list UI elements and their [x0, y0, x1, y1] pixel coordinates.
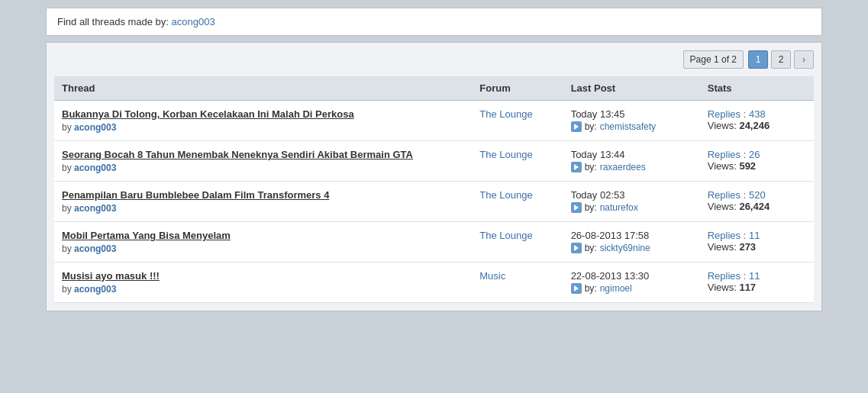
replies-link[interactable]: Replies : 26: [708, 149, 760, 160]
forum-link[interactable]: Music: [479, 270, 505, 282]
replies: Replies : 11: [708, 230, 806, 241]
last-post-by: by: chemistsafety: [571, 121, 692, 132]
replies-link[interactable]: Replies : 520: [708, 189, 766, 201]
last-post-by: by: ngimoel: [571, 283, 692, 294]
pagination-bar: Page 1 of 2 1 2 ›: [54, 50, 814, 69]
last-post-by: by: raxaerdees: [571, 162, 692, 172]
replies-link[interactable]: Replies : 11: [708, 270, 760, 282]
find-all-prefix: Find all threads made by:: [57, 16, 169, 27]
last-post-user-link[interactable]: sickty69nine: [600, 243, 650, 253]
username-link[interactable]: acong003: [172, 16, 215, 27]
forum-link[interactable]: The Lounge: [479, 108, 532, 120]
main-box: Page 1 of 2 1 2 › Thread Forum Last Post…: [46, 42, 822, 311]
thread-title-link[interactable]: Bukannya Di Tolong, Korban Kecelakaan In…: [62, 108, 464, 120]
forum-cell-2: The Lounge: [472, 182, 563, 222]
replies: Replies : 520: [708, 189, 806, 201]
next-page-button[interactable]: ›: [794, 50, 814, 69]
views: Views: 117: [708, 282, 806, 293]
page-2-button[interactable]: 2: [771, 50, 791, 69]
forum-link[interactable]: The Lounge: [479, 230, 532, 241]
views-count: 273: [739, 241, 756, 253]
lastpost-cell-2: Today 02:53 by: naturefox: [563, 182, 700, 222]
thread-title-link[interactable]: Mobil Pertama Yang Bisa Menyelam: [62, 230, 464, 241]
last-post-by-label: by:: [585, 243, 597, 253]
table-header-row: Thread Forum Last Post Stats: [54, 76, 814, 101]
find-all-bar: Find all threads made by: acong003: [46, 8, 822, 36]
thread-author-link[interactable]: acong003: [74, 203, 116, 214]
replies: Replies : 26: [708, 149, 806, 160]
table-row: Bukannya Di Tolong, Korban Kecelakaan In…: [54, 101, 814, 141]
page-label: Page 1 of 2: [683, 50, 744, 69]
thread-cell-3: Mobil Pertama Yang Bisa Menyelam by acon…: [54, 222, 472, 263]
thread-by: by acong003: [62, 203, 116, 214]
last-post-user-link[interactable]: naturefox: [600, 202, 638, 213]
thread-author-link[interactable]: acong003: [74, 284, 116, 295]
play-icon: [571, 121, 582, 132]
forum-cell-0: The Lounge: [472, 101, 563, 141]
last-post-by-label: by:: [585, 121, 597, 132]
forum-cell-4: Music: [472, 263, 563, 303]
thread-title-link[interactable]: Penampilan Baru Bumblebee Dalam Film Tra…: [62, 189, 464, 201]
replies: Replies : 11: [708, 270, 806, 282]
thread-cell-2: Penampilan Baru Bumblebee Dalam Film Tra…: [54, 182, 472, 222]
thread-by: by acong003: [62, 243, 116, 254]
forum-cell-1: The Lounge: [472, 141, 563, 182]
page-1-button[interactable]: 1: [748, 50, 768, 69]
thread-by: by acong003: [62, 284, 116, 295]
lastpost-cell-3: 26-08-2013 17:58 by: sickty69nine: [563, 222, 700, 263]
thread-title-link[interactable]: Musisi ayo masuk !!!: [62, 270, 464, 282]
col-header-forum: Forum: [472, 76, 563, 101]
last-post-user-link[interactable]: chemistsafety: [600, 121, 656, 132]
thread-cell-4: Musisi ayo masuk !!! by acong003: [54, 263, 472, 303]
col-header-thread: Thread: [54, 76, 472, 101]
stats-cell-0: Replies : 438 Views: 24,246: [700, 101, 814, 141]
views: Views: 273: [708, 241, 806, 253]
stats-cell-4: Replies : 11 Views: 117: [700, 263, 814, 303]
last-post-by: by: naturefox: [571, 202, 692, 213]
views: Views: 24,246: [708, 120, 806, 131]
play-icon: [571, 243, 582, 253]
table-row: Mobil Pertama Yang Bisa Menyelam by acon…: [54, 222, 814, 263]
last-post-by: by: sickty69nine: [571, 243, 692, 253]
thread-by: by acong003: [62, 122, 116, 133]
last-post-by-label: by:: [585, 162, 597, 172]
replies-link[interactable]: Replies : 438: [708, 108, 766, 120]
table-row: Penampilan Baru Bumblebee Dalam Film Tra…: [54, 182, 814, 222]
lastpost-cell-4: 22-08-2013 13:30 by: ngimoel: [563, 263, 700, 303]
last-post-time: Today 13:45: [571, 108, 692, 120]
last-post-time: 22-08-2013 13:30: [571, 270, 692, 282]
last-post-by-label: by:: [585, 283, 597, 294]
replies-link[interactable]: Replies : 11: [708, 230, 760, 241]
table-row: Musisi ayo masuk !!! by acong003 Music 2…: [54, 263, 814, 303]
play-icon: [571, 283, 582, 294]
lastpost-cell-1: Today 13:44 by: raxaerdees: [563, 141, 700, 182]
thread-author-link[interactable]: acong003: [74, 163, 116, 173]
stats-cell-1: Replies : 26 Views: 592: [700, 141, 814, 182]
thread-title-link[interactable]: Seorang Bocah 8 Tahun Menembak Neneknya …: [62, 149, 464, 160]
last-post-user-link[interactable]: ngimoel: [600, 283, 632, 294]
thread-table: Thread Forum Last Post Stats Bukannya Di…: [54, 76, 814, 303]
views-count: 592: [739, 160, 756, 172]
forum-link[interactable]: The Lounge: [479, 149, 532, 160]
last-post-by-label: by:: [585, 202, 597, 213]
play-icon: [571, 202, 582, 213]
views-count: 117: [739, 282, 756, 293]
play-icon: [571, 162, 582, 172]
thread-author-link[interactable]: acong003: [74, 243, 116, 254]
thread-author-link[interactable]: acong003: [74, 122, 116, 133]
views: Views: 592: [708, 160, 806, 172]
last-post-time: 26-08-2013 17:58: [571, 230, 692, 241]
forum-link[interactable]: The Lounge: [479, 189, 532, 201]
thread-by: by acong003: [62, 163, 116, 173]
views-count: 24,246: [739, 120, 770, 131]
replies: Replies : 438: [708, 108, 806, 120]
last-post-time: Today 13:44: [571, 149, 692, 160]
last-post-time: Today 02:53: [571, 189, 692, 201]
thread-cell-1: Seorang Bocah 8 Tahun Menembak Neneknya …: [54, 141, 472, 182]
col-header-stats: Stats: [700, 76, 814, 101]
table-row: Seorang Bocah 8 Tahun Menembak Neneknya …: [54, 141, 814, 182]
stats-cell-2: Replies : 520 Views: 26,424: [700, 182, 814, 222]
last-post-user-link[interactable]: raxaerdees: [600, 162, 646, 172]
col-header-lastpost: Last Post: [563, 76, 700, 101]
stats-cell-3: Replies : 11 Views: 273: [700, 222, 814, 263]
